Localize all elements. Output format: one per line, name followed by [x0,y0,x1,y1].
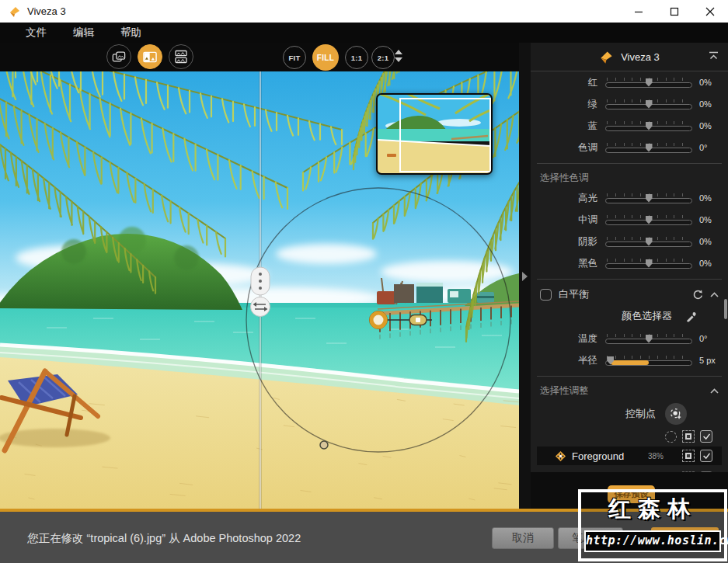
hue-slider[interactable] [605,143,692,153]
panel-scrollbar[interactable] [724,299,727,319]
selective-tones-header: 选择性色调 [531,169,728,187]
add-control-point-button[interactable] [665,403,687,425]
navigator-thumbnail[interactable] [376,93,493,175]
right-panel: Viveza 3 红 0% 绿 0% 蓝 0% [531,43,728,509]
panel-collapse-button[interactable] [709,51,719,61]
panel-header: Viveza 3 [531,43,728,71]
menu-help[interactable]: 帮助 [107,23,155,43]
slider-label: 温度 [537,332,605,346]
panel-gap [519,43,531,509]
watermark: 红森林 http://www.hoslin.cn/ [578,489,727,561]
mask-icon[interactable] [682,450,695,462]
radius-slider[interactable] [605,356,692,366]
panel-collapse-arrow-icon[interactable] [522,272,528,281]
apply-all-checkbox[interactable] [700,430,712,443]
slider-row-blacks: 黑色 0% [531,252,728,274]
image-canvas[interactable] [0,71,519,509]
slider-label: 半径 [537,354,605,367]
radius-slider-fill [611,360,649,365]
panel-title: Viveza 3 [621,51,660,63]
section-title: 选择性色调 [540,172,589,185]
checkmark-icon [702,433,711,440]
panel-body: 红 0% 绿 0% 蓝 0% 色调 0° 选择性色调 [531,71,728,472]
white-balance-checkbox[interactable] [540,289,552,301]
navigator-view-rectangle[interactable] [399,98,491,172]
slider-row-red: 红 0% [531,71,728,93]
add-control-point-icon [670,407,682,421]
menu-file[interactable]: 文件 [12,23,60,43]
slider-label: 黑色 [537,257,605,270]
slider-label: 高光 [537,192,605,205]
radius-handle[interactable] [320,441,328,449]
slider-value: 0° [692,334,720,343]
eyedropper-icon [686,310,698,323]
selection-circle-icon[interactable] [665,431,677,443]
divider [537,163,722,164]
stacked-view-button[interactable] [169,44,193,69]
watermark-url: http://www.hoslin.cn/ [584,530,721,552]
split-drag-handle[interactable] [251,267,270,295]
split-view-icon [143,51,157,63]
slider-row-blue: 蓝 0% [531,115,728,137]
white-balance-collapse-button[interactable] [710,292,719,297]
white-balance-title: 白平衡 [559,287,589,301]
maximize-button[interactable] [657,0,692,23]
control-point-size-handle[interactable] [409,315,427,325]
minimize-button[interactable] [621,0,657,23]
mask-icon[interactable] [682,430,695,443]
zoom-2-1-button[interactable]: 2:1 [371,46,395,69]
shadows-slider[interactable] [605,237,692,247]
single-view-icon [112,50,126,64]
white-balance-header: 白平衡 [531,284,728,304]
midtones-slider[interactable] [605,215,692,225]
green-slider[interactable] [605,99,692,109]
slider-label: 中调 [537,214,605,227]
cancel-button[interactable]: 取消 [492,527,554,549]
slider-value: 0% [692,237,720,246]
menu-edit[interactable]: 编辑 [60,23,107,43]
zoom-fill-button[interactable]: FILL [312,44,339,71]
slider-row-highlights: 高光 0% [531,187,728,209]
control-point-row-foreground[interactable]: Foreground 38% [537,447,722,465]
toolbar: FIT FILL 1:1 2:1 [0,43,519,71]
control-point-list-header [531,428,728,445]
highlights-slider[interactable] [605,193,692,203]
chevron-up-icon [710,388,719,394]
slider-row-shadows: 阴影 0% [531,231,728,252]
slider-row-temperature: 温度 0° [531,328,728,349]
selective-adjust-collapse-button[interactable] [710,388,719,394]
zoom-stepper[interactable] [395,50,402,62]
red-slider[interactable] [605,78,692,88]
slider-row-green: 绿 0% [531,93,728,115]
control-point-name: Foreground [572,450,624,462]
control-point-opacity: 38% [648,452,664,460]
slider-value: 0% [692,259,720,268]
panel-logo-icon [599,50,614,64]
status-message: 您正在修改 “tropical (6).jpg” 从 Adobe Photosh… [27,531,301,546]
slider-value: 0° [692,143,720,152]
slider-value: 0% [692,121,720,130]
blacks-slider[interactable] [605,259,692,269]
split-swap-button[interactable] [251,297,270,317]
blue-slider[interactable] [605,121,692,131]
stepper-up-icon[interactable] [395,50,402,54]
color-picker-row: 颜色选择器 [531,304,728,328]
zoom-1-1-button[interactable]: 1:1 [345,46,368,69]
control-point[interactable] [371,313,385,327]
control-points-row: 控制点 [531,400,728,428]
slider-value: 5 px [692,356,720,365]
app-logo-icon [9,5,21,18]
control-point-checkbox[interactable] [700,450,712,462]
close-button[interactable] [692,0,728,23]
temperature-slider[interactable] [605,334,692,344]
split-view-button[interactable] [138,44,162,69]
white-balance-reset-button[interactable] [692,289,703,300]
zoom-fit-button[interactable]: FIT [283,46,306,69]
checkmark-icon [702,452,711,460]
stepper-down-icon[interactable] [395,57,402,62]
window-controls [621,0,728,23]
viveza-window: Viveza 3 文件 编辑 帮助 [0,0,728,563]
eyedropper-button[interactable] [686,310,698,323]
single-view-button[interactable] [106,44,131,69]
titlebar: Viveza 3 [0,0,728,23]
